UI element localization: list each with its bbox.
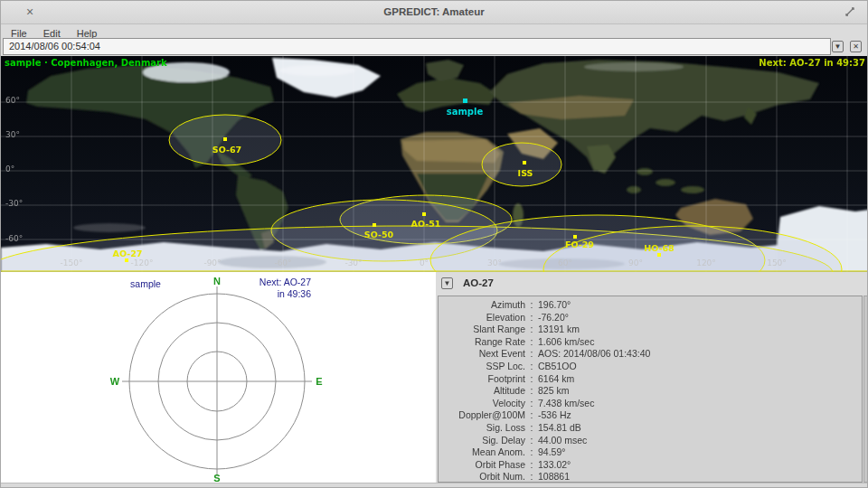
satellite-label-ho-68[interactable]: HO-68 (644, 243, 674, 253)
longitude-label: 120° (696, 258, 716, 267)
panel-dropdown-icon[interactable]: ▼ (441, 277, 453, 289)
data-row-label: Sig. Delay (439, 435, 525, 447)
polar-next-event-line2: in 49:36 (278, 288, 312, 299)
data-row-value: 94.59° (538, 446, 862, 459)
panel-scrollbar[interactable] (863, 296, 868, 483)
data-row-colon: : (525, 324, 538, 336)
data-row-value: -76.20° (538, 312, 862, 324)
data-row-value: 44.00 msec (538, 435, 862, 447)
latitude-label: -30° (5, 199, 23, 208)
time-bar: 2014/08/06 00:54:04 ▼ ✕ (1, 38, 867, 56)
data-row-value: 154.81 dB (538, 422, 862, 435)
data-row-colon: : (525, 336, 538, 349)
data-row-label: Next Event (439, 348, 525, 361)
time-dropdown-icon[interactable]: ▼ (832, 41, 844, 52)
satellite-marker-so-50[interactable] (373, 223, 376, 227)
data-row-altitude: Altitude:825 km (439, 385, 862, 398)
restore-window-icon[interactable] (844, 5, 856, 22)
data-row-mean-anom-: Mean Anom.:94.59° (439, 446, 862, 459)
data-row-colon: : (525, 471, 538, 483)
data-row-slant-range: Slant Range:13191 km (439, 324, 862, 336)
data-row-velocity: Velocity:7.438 km/sec (439, 398, 862, 410)
latitude-label: 30° (5, 130, 20, 139)
satellite-marker-ho-68[interactable] (657, 253, 661, 257)
data-row-value: 108861 (538, 471, 862, 483)
polar-next-event-line1: Next: AO-27 (259, 277, 311, 287)
data-row-label: Azimuth (439, 299, 525, 312)
panel-header: ▼ AO-27 (436, 272, 868, 296)
data-row-value: 196.70° (538, 299, 862, 312)
satellite-label-so-50[interactable]: SO-50 (364, 230, 393, 239)
ground-station-marker[interactable] (463, 99, 467, 103)
data-row-sig-loss: Sig. Loss:154.81 dB (439, 422, 862, 435)
satellite-marker-ao-27[interactable] (125, 258, 128, 262)
longitude-label: 30° (487, 258, 502, 267)
longitude-label: -90° (203, 258, 221, 267)
latitude-label: 0° (5, 164, 14, 174)
satellite-label-so-67[interactable]: SO-67 (212, 145, 241, 155)
data-row-next-event: Next Event:AOS: 2014/08/06 01:43:40 (439, 348, 862, 361)
data-row-colon: : (525, 299, 538, 312)
status-strip (1, 483, 867, 488)
satellite-label-ao-27[interactable]: AO-27 (113, 249, 143, 258)
world-map[interactable]: sample · Copenhagen, Denmark Next: AO-27… (1, 56, 868, 272)
latitude-label: -60° (5, 234, 23, 243)
title-bar: × GPREDICT: Amateur (1, 1, 867, 24)
data-row-label: Elevation (439, 312, 525, 324)
longitude-label: -30° (344, 258, 362, 267)
time-input[interactable]: 2014/08/06 00:54:04 (3, 38, 831, 55)
map-overlay: sample · Copenhagen, Denmark Next: AO-27… (1, 56, 868, 272)
data-row-value: 825 km (538, 385, 862, 398)
satellite-label-ao-51[interactable]: AO-51 (411, 219, 441, 229)
data-row-value: AOS: 2014/08/06 01:43:40 (538, 348, 862, 361)
data-row-label: Footprint (439, 373, 525, 386)
data-row-colon: : (525, 459, 538, 472)
data-row-azimuth: Azimuth:196.70° (439, 299, 862, 312)
data-row-range-rate: Range Rate:1.606 km/sec (439, 336, 862, 349)
data-row-colon: : (525, 435, 538, 447)
polar-west-label: W (110, 376, 120, 387)
gpredict-window: × GPREDICT: Amateur FileEditHelp 2014/08… (0, 0, 868, 488)
data-row-doppler-100m: Doppler@100M:-536 Hz (439, 409, 862, 422)
satellite-label-fo-29[interactable]: FO-29 (565, 239, 594, 249)
data-row-colon: : (525, 422, 538, 435)
data-row-orbit-phase: Orbit Phase:133.02° (439, 459, 862, 472)
satellite-marker-fo-29[interactable] (573, 235, 577, 239)
data-row-footprint: Footprint:6164 km (439, 373, 862, 386)
data-row-label: Altitude (439, 385, 525, 398)
polar-north-label: N (213, 276, 221, 286)
data-row-colon: : (525, 398, 538, 410)
satellite-marker-ao-51[interactable] (422, 212, 426, 216)
data-row-colon: : (525, 361, 538, 373)
data-row-label: Doppler@100M (439, 409, 525, 422)
panel-rows: Azimuth:196.70°Elevation:-76.20°Slant Ra… (439, 299, 862, 483)
data-row-value: 1.606 km/sec (538, 336, 862, 349)
satellite-marker-so-67[interactable] (223, 137, 227, 141)
satellite-data-panel: ▼ AO-27 Azimuth:196.70°Elevation:-76.20°… (436, 272, 868, 483)
ground-station-label: sample (447, 107, 484, 117)
data-row-label: Range Rate (439, 336, 525, 349)
data-row-value: -536 Hz (538, 409, 862, 422)
satellite-label-iss[interactable]: ISS (518, 168, 533, 178)
data-row-label: Mean Anom. (439, 446, 525, 459)
data-row-label: Slant Range (439, 324, 525, 336)
satellite-marker-iss[interactable] (523, 161, 526, 164)
bottom-area: N S E W sample Next: AO-27 in 49:36 ▼ AO… (1, 272, 868, 483)
longitude-label: 60° (558, 258, 572, 267)
map-status-left: sample · Copenhagen, Denmark (5, 58, 167, 68)
polar-plot-panel[interactable]: N S E W sample Next: AO-27 in 49:36 (1, 272, 436, 483)
data-row-colon: : (525, 385, 538, 398)
menu-bar: FileEditHelp (1, 24, 867, 38)
data-row-colon: : (525, 348, 538, 361)
data-row-colon: : (525, 312, 538, 324)
polar-rings (122, 286, 312, 476)
latitude-label: 60° (5, 96, 20, 105)
longitude-label: -60° (274, 258, 291, 267)
longitude-label: 150° (767, 258, 787, 267)
time-close-icon[interactable]: ✕ (850, 41, 862, 52)
polar-station-label: sample (130, 278, 161, 289)
data-row-orbit-num-: Orbit Num.:108861 (439, 471, 862, 483)
panel-data-box: Azimuth:196.70°Elevation:-76.20°Slant Ra… (438, 296, 863, 483)
longitude-label: 90° (628, 258, 643, 267)
data-row-value: 133.02° (538, 459, 862, 472)
